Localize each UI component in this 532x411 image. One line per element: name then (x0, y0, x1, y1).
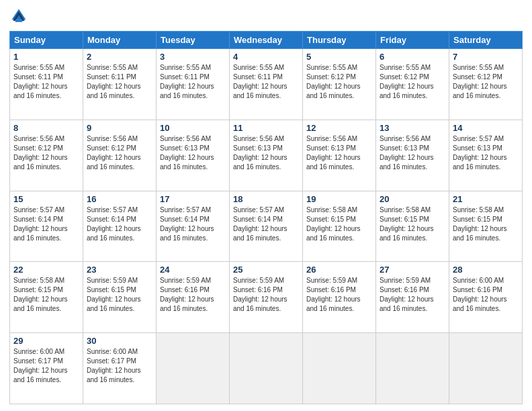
svg-rect-2 (15, 19, 23, 22)
day-info: Sunrise: 5:59 AM Sunset: 6:16 PM Dayligh… (380, 276, 445, 314)
calendar-cell (376, 333, 449, 404)
calendar-table: SundayMondayTuesdayWednesdayThursdayFrid… (9, 31, 523, 404)
calendar-header-tuesday: Tuesday (157, 32, 230, 49)
calendar-cell: 18 Sunrise: 5:57 AM Sunset: 6:14 PM Dayl… (230, 191, 303, 262)
calendar-cell: 22 Sunrise: 5:58 AM Sunset: 6:15 PM Dayl… (10, 262, 83, 333)
calendar-cell: 30 Sunrise: 6:00 AM Sunset: 6:17 PM Dayl… (83, 333, 157, 404)
day-info: Sunrise: 5:56 AM Sunset: 6:13 PM Dayligh… (380, 134, 445, 172)
day-number: 5 (306, 52, 372, 62)
calendar-header-sunday: Sunday (10, 32, 83, 49)
calendar-cell: 5 Sunrise: 5:55 AM Sunset: 6:12 PM Dayli… (303, 49, 376, 120)
day-number: 4 (233, 52, 299, 62)
day-info: Sunrise: 5:55 AM Sunset: 6:12 PM Dayligh… (306, 63, 372, 101)
day-number: 23 (87, 265, 152, 275)
day-number: 9 (87, 123, 152, 133)
page: SundayMondayTuesdayWednesdayThursdayFrid… (0, 0, 532, 411)
day-number: 15 (13, 194, 79, 204)
calendar-header-thursday: Thursday (303, 32, 376, 49)
day-info: Sunrise: 5:58 AM Sunset: 6:15 PM Dayligh… (306, 205, 372, 243)
day-info: Sunrise: 5:55 AM Sunset: 6:11 PM Dayligh… (87, 63, 152, 101)
calendar-cell: 20 Sunrise: 5:58 AM Sunset: 6:15 PM Dayl… (376, 191, 449, 262)
calendar-cell: 28 Sunrise: 6:00 AM Sunset: 6:16 PM Dayl… (449, 262, 523, 333)
calendar-cell: 27 Sunrise: 5:59 AM Sunset: 6:16 PM Dayl… (376, 262, 449, 333)
day-number: 24 (160, 265, 226, 275)
day-info: Sunrise: 5:58 AM Sunset: 6:15 PM Dayligh… (380, 205, 445, 243)
calendar-header-monday: Monday (83, 32, 157, 49)
day-number: 27 (380, 265, 445, 275)
day-number: 3 (160, 52, 226, 62)
day-number: 26 (306, 265, 372, 275)
day-number: 10 (160, 123, 226, 133)
day-info: Sunrise: 5:57 AM Sunset: 6:13 PM Dayligh… (453, 134, 519, 172)
day-number: 29 (13, 336, 79, 346)
day-info: Sunrise: 5:56 AM Sunset: 6:13 PM Dayligh… (233, 134, 299, 172)
day-number: 30 (87, 336, 152, 346)
calendar-cell: 7 Sunrise: 5:55 AM Sunset: 6:12 PM Dayli… (449, 49, 523, 120)
calendar-cell: 9 Sunrise: 5:56 AM Sunset: 6:12 PM Dayli… (83, 120, 157, 191)
day-number: 7 (453, 52, 519, 62)
calendar-cell: 4 Sunrise: 5:55 AM Sunset: 6:11 PM Dayli… (230, 49, 303, 120)
calendar-cell: 2 Sunrise: 5:55 AM Sunset: 6:11 PM Dayli… (83, 49, 157, 120)
calendar-cell: 8 Sunrise: 5:56 AM Sunset: 6:12 PM Dayli… (10, 120, 83, 191)
logo-icon (9, 7, 28, 26)
calendar-header-saturday: Saturday (449, 32, 523, 49)
calendar-cell: 25 Sunrise: 5:59 AM Sunset: 6:16 PM Dayl… (230, 262, 303, 333)
calendar-cell: 10 Sunrise: 5:56 AM Sunset: 6:13 PM Dayl… (157, 120, 230, 191)
calendar-cell: 16 Sunrise: 5:57 AM Sunset: 6:14 PM Dayl… (83, 191, 157, 262)
day-info: Sunrise: 5:59 AM Sunset: 6:15 PM Dayligh… (87, 276, 152, 314)
day-number: 13 (380, 123, 445, 133)
day-number: 16 (87, 194, 152, 204)
day-number: 28 (453, 265, 519, 275)
calendar-cell: 29 Sunrise: 6:00 AM Sunset: 6:17 PM Dayl… (10, 333, 83, 404)
calendar-cell: 1 Sunrise: 5:55 AM Sunset: 6:11 PM Dayli… (10, 49, 83, 120)
calendar-cell (449, 333, 523, 404)
calendar-week-5: 29 Sunrise: 6:00 AM Sunset: 6:17 PM Dayl… (10, 333, 523, 404)
calendar-header-friday: Friday (376, 32, 449, 49)
day-info: Sunrise: 6:00 AM Sunset: 6:17 PM Dayligh… (87, 347, 152, 385)
calendar-cell: 17 Sunrise: 5:57 AM Sunset: 6:14 PM Dayl… (157, 191, 230, 262)
calendar-cell: 11 Sunrise: 5:56 AM Sunset: 6:13 PM Dayl… (230, 120, 303, 191)
day-info: Sunrise: 5:56 AM Sunset: 6:12 PM Dayligh… (87, 134, 152, 172)
day-info: Sunrise: 5:57 AM Sunset: 6:14 PM Dayligh… (87, 205, 152, 243)
day-number: 17 (160, 194, 226, 204)
calendar-cell (303, 333, 376, 404)
day-info: Sunrise: 5:59 AM Sunset: 6:16 PM Dayligh… (160, 276, 226, 314)
header (9, 7, 523, 26)
day-number: 6 (380, 52, 445, 62)
day-info: Sunrise: 5:57 AM Sunset: 6:14 PM Dayligh… (233, 205, 299, 243)
day-number: 19 (306, 194, 372, 204)
calendar-header-row: SundayMondayTuesdayWednesdayThursdayFrid… (10, 32, 523, 49)
day-number: 1 (13, 52, 79, 62)
day-info: Sunrise: 5:55 AM Sunset: 6:11 PM Dayligh… (233, 63, 299, 101)
calendar-week-4: 22 Sunrise: 5:58 AM Sunset: 6:15 PM Dayl… (10, 262, 523, 333)
day-number: 8 (13, 123, 79, 133)
calendar-cell: 21 Sunrise: 5:58 AM Sunset: 6:15 PM Dayl… (449, 191, 523, 262)
day-info: Sunrise: 5:56 AM Sunset: 6:12 PM Dayligh… (13, 134, 79, 172)
day-info: Sunrise: 6:00 AM Sunset: 6:17 PM Dayligh… (13, 347, 79, 385)
calendar-cell: 3 Sunrise: 5:55 AM Sunset: 6:11 PM Dayli… (157, 49, 230, 120)
calendar-cell (157, 333, 230, 404)
day-number: 12 (306, 123, 372, 133)
calendar-header-wednesday: Wednesday (230, 32, 303, 49)
day-info: Sunrise: 5:55 AM Sunset: 6:11 PM Dayligh… (160, 63, 226, 101)
day-number: 14 (453, 123, 519, 133)
calendar-cell: 14 Sunrise: 5:57 AM Sunset: 6:13 PM Dayl… (449, 120, 523, 191)
day-info: Sunrise: 5:55 AM Sunset: 6:12 PM Dayligh… (453, 63, 519, 101)
calendar-cell: 12 Sunrise: 5:56 AM Sunset: 6:13 PM Dayl… (303, 120, 376, 191)
calendar-week-1: 1 Sunrise: 5:55 AM Sunset: 6:11 PM Dayli… (10, 49, 523, 120)
day-number: 22 (13, 265, 79, 275)
day-info: Sunrise: 5:57 AM Sunset: 6:14 PM Dayligh… (13, 205, 79, 243)
logo (9, 7, 31, 26)
calendar-cell (230, 333, 303, 404)
calendar-cell: 26 Sunrise: 5:59 AM Sunset: 6:16 PM Dayl… (303, 262, 376, 333)
calendar-cell: 15 Sunrise: 5:57 AM Sunset: 6:14 PM Dayl… (10, 191, 83, 262)
day-number: 2 (87, 52, 152, 62)
day-info: Sunrise: 5:57 AM Sunset: 6:14 PM Dayligh… (160, 205, 226, 243)
day-info: Sunrise: 5:58 AM Sunset: 6:15 PM Dayligh… (453, 205, 519, 243)
day-info: Sunrise: 5:56 AM Sunset: 6:13 PM Dayligh… (160, 134, 226, 172)
calendar-cell: 6 Sunrise: 5:55 AM Sunset: 6:12 PM Dayli… (376, 49, 449, 120)
day-info: Sunrise: 5:58 AM Sunset: 6:15 PM Dayligh… (13, 276, 79, 314)
calendar-week-3: 15 Sunrise: 5:57 AM Sunset: 6:14 PM Dayl… (10, 191, 523, 262)
day-number: 11 (233, 123, 299, 133)
calendar-cell: 23 Sunrise: 5:59 AM Sunset: 6:15 PM Dayl… (83, 262, 157, 333)
